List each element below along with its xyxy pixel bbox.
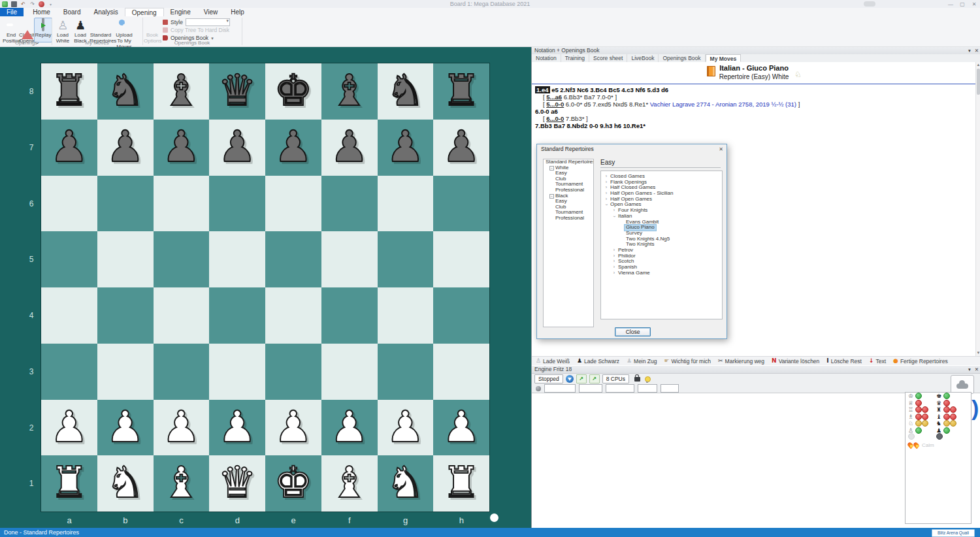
square-g6[interactable] — [378, 176, 434, 232]
square-g2[interactable]: ♟ — [378, 400, 434, 456]
square-a8[interactable]: ♜ — [41, 63, 97, 120]
tab-file[interactable]: File — [0, 8, 24, 16]
square-b6[interactable] — [97, 176, 154, 232]
replay-button[interactable]: Replay — [34, 18, 52, 42]
standard-repertoires-button[interactable]: Standard Repertoires — [89, 18, 112, 42]
collapsed-arrow-icon[interactable]: › — [612, 248, 617, 253]
hint-bulb-icon[interactable] — [645, 376, 651, 382]
white-pawn[interactable]: ♟ — [209, 400, 265, 456]
status-dot-red[interactable] — [915, 406, 922, 413]
square-d5[interactable] — [209, 231, 265, 287]
square-g8[interactable]: ♞ — [378, 63, 434, 120]
square-h8[interactable]: ♜ — [433, 63, 489, 120]
opening-item-vienna-game[interactable]: ›Vienna Game — [601, 270, 722, 276]
b-piece-icon[interactable]: ♞ — [936, 420, 943, 427]
white-knight[interactable]: ♞ — [378, 455, 434, 512]
collapsed-arrow-icon[interactable]: › — [604, 185, 609, 191]
square-h3[interactable] — [433, 344, 489, 400]
collapsed-arrow-icon[interactable]: › — [612, 208, 617, 214]
square-e7[interactable]: ♟ — [265, 120, 321, 176]
square-c6[interactable] — [154, 176, 210, 232]
tab-board[interactable]: Board — [57, 8, 88, 16]
white-bishop[interactable]: ♝ — [154, 455, 210, 512]
expanded-arrow-icon[interactable]: › — [604, 203, 610, 208]
square-a4[interactable] — [41, 287, 97, 344]
white-pawn[interactable]: ♟ — [321, 400, 378, 456]
black-pawn[interactable]: ♟ — [209, 120, 265, 176]
b-piece-icon[interactable]: ♚ — [936, 393, 943, 399]
status-dot-red[interactable] — [915, 414, 922, 420]
square-f8[interactable]: ♝ — [321, 63, 378, 120]
toolbar-item[interactable]: ↓Text — [869, 358, 886, 365]
white-king[interactable]: ♚ — [265, 455, 321, 512]
square-h7[interactable]: ♟ — [433, 120, 489, 176]
square-a6[interactable] — [41, 176, 97, 232]
opening-item-giuco-piano[interactable]: Giuco Piano — [601, 225, 722, 231]
square-e3[interactable] — [265, 344, 321, 400]
square-g5[interactable] — [378, 231, 434, 287]
tab-training[interactable]: Training — [561, 54, 589, 62]
square-f6[interactable] — [321, 176, 378, 232]
toolbar-item[interactable]: NVariante löschen — [772, 358, 819, 365]
tree-item-professional[interactable]: Professional — [544, 216, 593, 221]
black-pawn[interactable]: ♟ — [41, 120, 97, 176]
load-white-button[interactable]: Load White — [54, 18, 72, 42]
square-a7[interactable]: ♟ — [41, 120, 97, 176]
toolbar-item[interactable]: ♙Lade Weiß — [536, 358, 570, 365]
dialog-title-bar[interactable]: Standard Repertoires — [537, 144, 727, 154]
square-g3[interactable] — [378, 344, 434, 400]
book-options-button[interactable]: Book Options — [143, 18, 161, 42]
square-c2[interactable]: ♟ — [154, 400, 210, 456]
expanded-arrow-icon[interactable]: › — [612, 214, 617, 219]
tab-analysis[interactable]: Analysis — [88, 8, 125, 16]
white-pawn[interactable]: ♟ — [97, 400, 154, 456]
square-f4[interactable] — [321, 287, 378, 344]
white-queen[interactable]: ♛ — [209, 455, 265, 512]
square-e6[interactable] — [265, 176, 321, 232]
move-text[interactable]: 5...0-0 — [546, 101, 564, 108]
tab-help[interactable]: Help — [224, 8, 251, 16]
w-piece-icon[interactable]: ♔ — [908, 393, 915, 399]
square-d4[interactable] — [209, 287, 265, 344]
engine-field-4[interactable] — [638, 384, 657, 393]
tab-my-moves[interactable]: My Moves — [706, 54, 742, 62]
square-g4[interactable] — [378, 287, 434, 344]
collapsed-arrow-icon[interactable]: › — [604, 174, 609, 180]
pane-close-icon[interactable] — [975, 47, 979, 54]
style-dropdown[interactable] — [186, 18, 230, 26]
pane-collapse-icon[interactable] — [968, 366, 971, 373]
scroll-down-icon[interactable]: ▼ — [976, 350, 980, 356]
w-piece-icon[interactable]: ♖ — [908, 406, 915, 413]
tab-view[interactable]: View — [197, 8, 225, 16]
white-bishop[interactable]: ♝ — [321, 455, 378, 512]
collapsed-arrow-icon[interactable]: › — [612, 265, 617, 270]
move-text[interactable]: 6...0-0 — [546, 115, 564, 122]
w-piece-icon[interactable]: ♕ — [908, 400, 915, 406]
engine-remove-line-icon[interactable]: ↗ — [589, 374, 600, 383]
w-piece-icon[interactable]: ♗ — [908, 414, 915, 420]
square-c8[interactable]: ♝ — [154, 63, 210, 120]
upload-to-my-moves-button[interactable]: Upload To My Moves — [112, 18, 136, 42]
status-dot-red[interactable] — [943, 406, 950, 413]
move-text[interactable]: e5 2.Nf3 Nc6 3.Bc4 Bc5 4.c3 Nf6 5.d3 d6 — [550, 86, 669, 93]
white-knight[interactable]: ♞ — [97, 455, 154, 512]
square-b3[interactable] — [97, 344, 154, 400]
square-h5[interactable] — [433, 231, 489, 287]
status-dot-red[interactable] — [950, 406, 956, 413]
move-text[interactable]: 7.Bb3 Ba7 8.Nbd2 0-0 9.h3 h6 10.Re1* — [535, 122, 645, 129]
toolbar-item[interactable]: ✂Markierung weg — [718, 358, 764, 365]
square-b2[interactable]: ♟ — [97, 400, 154, 456]
square-h2[interactable]: ♟ — [433, 400, 489, 456]
square-a5[interactable] — [41, 231, 97, 287]
status-dot-red[interactable] — [922, 406, 928, 413]
status-right-button[interactable]: Blitz Arena Quali — [932, 529, 975, 537]
tree-item-professional[interactable]: Professional — [544, 187, 593, 193]
black-rook[interactable]: ♜ — [41, 63, 97, 120]
engine-cloud-button[interactable] — [951, 375, 974, 394]
status-dot-yellow[interactable] — [950, 420, 956, 427]
minimize-button[interactable] — [947, 1, 954, 7]
maximize-button[interactable] — [959, 1, 966, 7]
tree-item-black[interactable]: –Black — [544, 193, 593, 199]
lock-icon[interactable] — [634, 377, 640, 382]
collapsed-arrow-icon[interactable]: › — [612, 253, 617, 259]
